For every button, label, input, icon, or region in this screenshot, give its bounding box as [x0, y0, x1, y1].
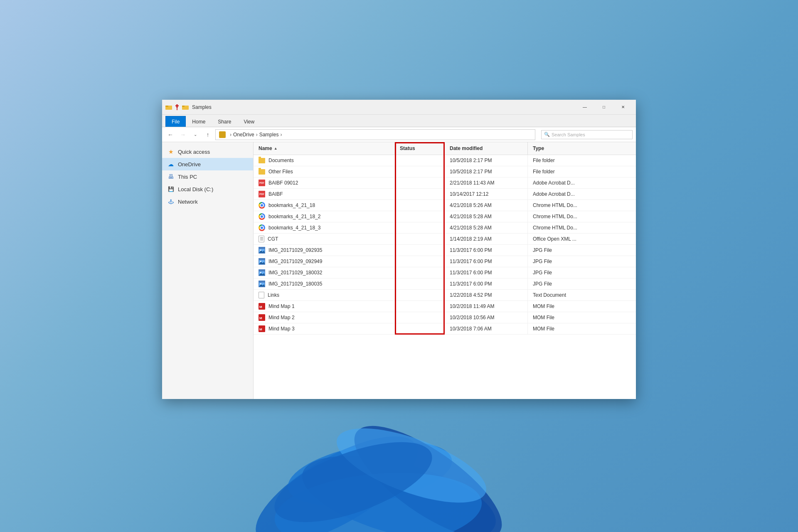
table-row[interactable]: bookmarks_4_21_18_34/21/2018 5:28 AMChro… [254, 222, 636, 234]
col-header-status[interactable]: Status [395, 142, 445, 155]
address-bar: ← → ⌄ ↑ › OneDrive › Samples › 🔍 Search … [162, 127, 636, 142]
table-row[interactable]: bookmarks_4_21_184/21/2018 5:26 AMChrome… [254, 200, 636, 211]
window-controls: — □ ✕ [575, 100, 633, 115]
file-cell-status [395, 290, 445, 300]
table-row[interactable]: Documents10/5/2018 2:17 PMFile folder [254, 155, 636, 166]
col-header-type[interactable]: Type [528, 142, 636, 155]
file-cell-date: 11/3/2017 6:00 PM [445, 278, 528, 289]
table-row[interactable]: bookmarks_4_21_18_24/21/2018 5:28 AMChro… [254, 211, 636, 222]
path-separator-3: › [280, 132, 282, 138]
chrome-icon [259, 224, 265, 231]
file-cell-type: JPG File [528, 256, 636, 267]
table-row[interactable]: MMind Map 110/2/2018 11:49 AMMOM File [254, 301, 636, 312]
minimize-button[interactable]: — [575, 100, 594, 115]
table-row[interactable]: PDFBAIBF 090122/21/2018 11:43 AMAdobe Ac… [254, 177, 636, 189]
file-name: Mind Map 2 [268, 315, 295, 320]
file-cell-status [395, 222, 445, 233]
table-row[interactable]: IMG_20171029_09294911/3/2017 6:00 PMJPG … [254, 256, 636, 267]
back-button[interactable]: ← [165, 130, 175, 140]
mom-icon: M [259, 325, 265, 332]
file-cell-date: 10/5/2018 2:17 PM [445, 155, 528, 166]
file-cell-type: MOM File [528, 323, 636, 334]
file-cell-name: MMind Map 2 [254, 312, 395, 323]
sidebar-label-this-pc: This PC [178, 174, 197, 180]
file-cell-type: File folder [528, 166, 636, 177]
table-row[interactable]: IMG_20171029_18003511/3/2017 6:00 PMJPG … [254, 278, 636, 290]
pdf-icon: PDF [259, 180, 265, 186]
sidebar-item-quick-access[interactable]: ★ Quick access [162, 145, 253, 158]
file-cell-name: Other Files [254, 166, 395, 177]
file-cell-date: 1/22/2018 4:52 PM [445, 290, 528, 300]
doc-icon [259, 236, 264, 242]
sidebar-item-network[interactable]: 🕹 Network [162, 195, 253, 208]
tab-home[interactable]: Home [186, 116, 212, 127]
table-row[interactable]: MMind Map 310/3/2018 7:06 AMMOM File [254, 323, 636, 335]
txt-icon [259, 292, 264, 298]
sidebar-item-this-pc[interactable]: 🖶 This PC [162, 170, 253, 183]
path-samples[interactable]: Samples [259, 132, 279, 138]
file-cell-status [395, 189, 445, 200]
svg-text:M: M [259, 316, 262, 320]
file-cell-status [395, 278, 445, 289]
up-button[interactable]: ↑ [203, 130, 213, 140]
table-row[interactable]: MMind Map 210/2/2018 10:56 AMMOM File [254, 312, 636, 323]
search-bar[interactable]: 🔍 Search Samples [541, 130, 633, 139]
table-row[interactable]: PDFBAIBF10/14/2017 12:12Adobe Acrobat D.… [254, 189, 636, 200]
svg-rect-8 [165, 106, 168, 107]
cloud-icon: ☁ [167, 160, 175, 168]
address-path[interactable]: › OneDrive › Samples › [215, 129, 535, 140]
table-row[interactable]: CGT1/14/2018 2:19 AMOffice Open XML ... [254, 234, 636, 245]
svg-text:M: M [259, 305, 262, 309]
path-onedrive[interactable]: OneDrive [233, 132, 254, 138]
file-cell-date: 2/21/2018 11:43 AM [445, 177, 528, 188]
file-cell-type: MOM File [528, 312, 636, 323]
table-row[interactable]: IMG_20171029_09293511/3/2017 6:00 PMJPG … [254, 245, 636, 256]
jpg-icon [259, 281, 265, 287]
tab-file[interactable]: File [165, 116, 186, 127]
file-cell-name: bookmarks_4_21_18 [254, 200, 395, 211]
main-area: ★ Quick access ☁ OneDrive 🖶 This PC 💾 Lo… [162, 142, 636, 399]
forward-button[interactable]: → [178, 130, 188, 140]
file-cell-status [395, 256, 445, 267]
table-row[interactable]: Links1/22/2018 4:52 PMText Document [254, 290, 636, 301]
file-name: Links [268, 292, 279, 298]
file-cell-status [395, 245, 445, 256]
maximize-button[interactable]: □ [594, 100, 613, 115]
file-name: IMG_20171029_092935 [268, 247, 322, 253]
file-name: Documents [268, 158, 294, 163]
file-explorer-window: Samples — □ ✕ File Home Share View ← → ⌄… [162, 100, 636, 399]
sidebar-item-local-disk[interactable]: 💾 Local Disk (C:) [162, 183, 253, 195]
file-cell-name: PDFBAIBF 09012 [254, 177, 395, 188]
folder-icon [259, 158, 265, 163]
path-separator-1: › [230, 132, 232, 138]
file-list-wrapper: Name ▲ Status Date modified Type Documen… [254, 142, 636, 335]
sidebar-label-network: Network [178, 199, 198, 205]
file-cell-status [395, 200, 445, 211]
file-cell-status [395, 323, 445, 334]
table-row[interactable]: Other Files10/5/2018 2:17 PMFile folder [254, 166, 636, 177]
file-cell-name: bookmarks_4_21_18_3 [254, 222, 395, 233]
file-cell-date: 10/3/2018 7:06 AM [445, 323, 528, 334]
col-header-date[interactable]: Date modified [445, 142, 528, 155]
chrome-icon [259, 213, 265, 220]
file-name: bookmarks_4_21_18_2 [268, 214, 320, 219]
close-button[interactable]: ✕ [613, 100, 633, 115]
file-cell-status [395, 234, 445, 244]
col-header-name[interactable]: Name ▲ [254, 142, 395, 155]
tab-share[interactable]: Share [212, 116, 237, 127]
recent-button[interactable]: ⌄ [190, 130, 200, 140]
jpg-icon [259, 269, 265, 276]
svg-rect-13 [182, 106, 185, 107]
file-cell-date: 10/5/2018 2:17 PM [445, 166, 528, 177]
table-row[interactable]: IMG_20171029_18003211/3/2017 6:00 PMJPG … [254, 267, 636, 278]
sidebar-label-quick-access: Quick access [178, 149, 210, 155]
pin-icon [174, 104, 180, 111]
file-name: bookmarks_4_21_18 [268, 202, 315, 208]
sidebar-item-onedrive[interactable]: ☁ OneDrive [162, 158, 253, 170]
monitor-icon: 🖶 [167, 173, 175, 180]
file-name: Other Files [268, 169, 293, 175]
sort-arrow-name: ▲ [274, 146, 278, 150]
file-cell-date: 11/3/2017 6:00 PM [445, 245, 528, 256]
file-name: IMG_20171029_180032 [268, 270, 322, 276]
tab-view[interactable]: View [237, 116, 261, 127]
